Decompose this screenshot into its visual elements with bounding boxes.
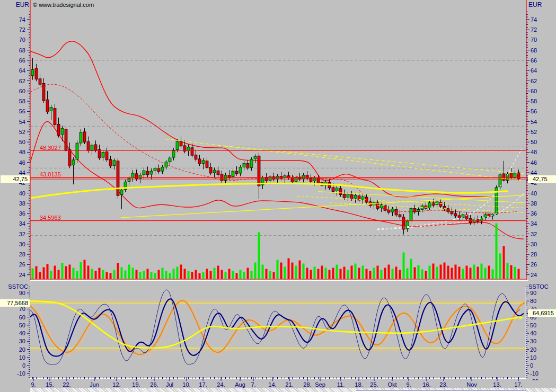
- axis-label: Jul: [166, 381, 173, 388]
- axis-label: Nov: [466, 381, 477, 388]
- axis-label: 28: [19, 251, 25, 257]
- axis-label: 52: [531, 129, 537, 135]
- volume-bar: [143, 271, 145, 279]
- candle-down: [451, 211, 453, 214]
- axis-label: 34: [19, 220, 25, 227]
- candle-down: [258, 156, 260, 186]
- candle-down: [198, 159, 201, 164]
- axis-label: 19.: [132, 381, 140, 388]
- axis-label: 24: [19, 272, 25, 278]
- axis-label: 58: [19, 98, 25, 104]
- axis-label: 48,3027: [40, 145, 61, 151]
- candle-down: [317, 178, 320, 183]
- axis-label: Aug: [235, 381, 245, 388]
- axis-label: 74: [19, 16, 25, 23]
- volume-bar: [451, 268, 453, 279]
- volume-bar: [466, 266, 468, 279]
- volume-bar: [507, 263, 509, 279]
- axis-label: 50: [531, 139, 537, 145]
- axis-label: 26: [531, 261, 537, 268]
- volume-bar: [288, 259, 290, 279]
- volume-bar: [273, 272, 275, 279]
- volume-bar: [195, 270, 197, 279]
- candle-down: [65, 129, 67, 150]
- chart-canvas[interactable]: 48,302743,013534,59637474727270706868666…: [0, 0, 556, 392]
- volume-bar: [277, 260, 279, 279]
- candle-down: [157, 168, 160, 172]
- volume-bar: [381, 270, 383, 279]
- candle-down: [46, 100, 49, 112]
- axis-label: -20: [530, 378, 539, 385]
- volume-bar: [176, 267, 179, 279]
- volume-bar: [50, 271, 52, 279]
- candle-up: [172, 150, 175, 157]
- volume-bar: [373, 268, 375, 279]
- volume-bar: [214, 268, 216, 279]
- candle-down: [228, 175, 231, 177]
- candle-down: [413, 208, 416, 212]
- candle-up: [102, 152, 104, 157]
- axis-label: 38: [19, 200, 25, 207]
- axis-label: 70: [531, 37, 537, 43]
- volume-bar: [36, 266, 38, 279]
- volume-bar: [470, 268, 472, 279]
- axis-label: Jun: [90, 381, 99, 388]
- volume-bar: [355, 264, 357, 279]
- volume-bar: [418, 265, 420, 279]
- volume-bar: [462, 269, 464, 279]
- axis-label: 62: [531, 78, 537, 84]
- volume-bar: [336, 265, 338, 279]
- volume-bar: [54, 266, 56, 279]
- candle-up: [143, 171, 145, 175]
- volume-bar: [347, 270, 349, 279]
- yellow-ma-arrow: [519, 315, 523, 319]
- candle-down: [246, 164, 249, 168]
- axis-label: 0: [530, 362, 533, 369]
- volume-bar: [162, 268, 164, 279]
- candle-up: [72, 160, 75, 165]
- axis-label: 60: [19, 88, 25, 94]
- axis-label: 10: [19, 354, 25, 361]
- axis-label: 60: [19, 314, 25, 320]
- axis-label: 38: [531, 200, 537, 207]
- candle-down: [510, 173, 513, 177]
- volume-bar: [332, 268, 334, 279]
- axis-label: 0: [22, 362, 25, 369]
- volume-bar: [125, 271, 127, 279]
- volume-bar: [191, 272, 193, 279]
- candle-down: [454, 213, 457, 216]
- candle-down: [395, 209, 398, 215]
- axis-label: 40: [530, 330, 536, 336]
- axis-label: 26: [19, 261, 25, 268]
- candle-up: [213, 170, 216, 173]
- volume-bar: [499, 254, 501, 279]
- candle-down: [343, 194, 346, 198]
- candle-down: [217, 171, 219, 175]
- volume-bar: [110, 273, 112, 279]
- candle-up: [417, 209, 420, 211]
- candle-down: [191, 148, 193, 155]
- scrollbar-thumb[interactable]: [356, 390, 526, 392]
- candle-up: [150, 171, 153, 174]
- volume-bar: [132, 268, 134, 279]
- volume-bar: [340, 269, 342, 279]
- candle-up: [484, 215, 487, 218]
- volume-bar: [262, 265, 264, 279]
- candle-up: [269, 177, 271, 181]
- candle-down: [57, 124, 60, 135]
- volume-bar: [39, 272, 41, 279]
- volume-bar: [303, 264, 305, 279]
- axis-label: 28: [531, 251, 537, 257]
- volume-bar: [236, 273, 238, 279]
- axis-label: 50: [19, 322, 25, 328]
- axis-label: 80: [530, 298, 536, 304]
- volume-bar: [433, 264, 435, 279]
- lower-band: [30, 121, 524, 239]
- axis-label: Sep: [315, 381, 325, 388]
- axis-label: 25.: [370, 381, 378, 388]
- volume-bar: [488, 266, 490, 279]
- volume-bar: [292, 263, 294, 279]
- volume-bar: [232, 271, 234, 279]
- axis-label: 54: [531, 119, 537, 125]
- candle-up: [165, 162, 167, 167]
